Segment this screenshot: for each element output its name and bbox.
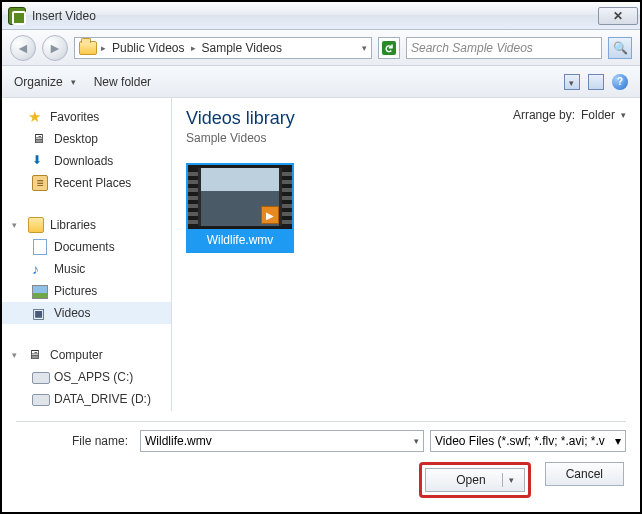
file-list-pane: Videos library Sample Videos Arrange by:…: [172, 98, 640, 411]
pictures-icon: [32, 283, 48, 299]
sidebar-item-label: Downloads: [54, 154, 113, 168]
open-button-highlight: Open ▾: [419, 462, 530, 498]
sidebar-item-music[interactable]: Music: [2, 258, 171, 280]
open-button[interactable]: Open ▾: [425, 468, 524, 492]
chevron-down-icon[interactable]: ▾: [503, 475, 520, 485]
sidebar-group-libraries[interactable]: Libraries: [2, 214, 171, 236]
sidebar-item-label: Videos: [54, 306, 90, 320]
sidebar-item-label: OS_APPS (C:): [54, 370, 133, 384]
sidebar-item-label: Documents: [54, 240, 115, 254]
libraries-icon: [28, 217, 44, 233]
toolbar: Organize New folder ?: [2, 66, 640, 98]
sidebar-group-computer[interactable]: Computer: [2, 344, 171, 366]
file-item[interactable]: ▶ Wildlife.wmv: [186, 163, 294, 253]
downloads-icon: [32, 153, 48, 169]
sidebar-item-pictures[interactable]: Pictures: [2, 280, 171, 302]
arrange-by-label: Arrange by:: [513, 108, 575, 122]
breadcrumb-item[interactable]: Public Videos: [110, 41, 187, 55]
sidebar-item-drive-c[interactable]: OS_APPS (C:): [2, 366, 171, 388]
documents-icon: [32, 239, 48, 255]
search-button[interactable]: 🔍: [608, 37, 632, 59]
star-icon: [28, 109, 44, 125]
videos-icon: [32, 305, 48, 321]
refresh-icon: ↻: [382, 41, 396, 55]
refresh-button[interactable]: ↻: [378, 37, 400, 59]
sidebar-item-label: DATA_DRIVE (D:): [54, 392, 151, 406]
computer-label: Computer: [50, 348, 103, 362]
sidebar-item-desktop[interactable]: Desktop: [2, 128, 171, 150]
drive-icon: [32, 391, 48, 407]
chevron-right-icon: ▸: [191, 43, 196, 53]
libraries-label: Libraries: [50, 218, 96, 232]
chevron-down-icon: ▾: [621, 110, 626, 120]
arrange-by-value: Folder: [581, 108, 615, 122]
close-icon: ✕: [613, 9, 623, 23]
video-thumbnail: ▶: [188, 165, 292, 229]
breadcrumb-item[interactable]: Sample Videos: [200, 41, 285, 55]
titlebar: Insert Video ✕: [2, 2, 640, 30]
sidebar: Favorites Desktop Downloads Recent Place…: [2, 98, 172, 411]
drive-icon: [32, 369, 48, 385]
favorites-label: Favorites: [50, 110, 99, 124]
play-overlay-icon: ▶: [261, 206, 279, 224]
sidebar-group-favorites[interactable]: Favorites: [2, 106, 171, 128]
computer-icon: [28, 347, 44, 363]
sidebar-item-drive-d[interactable]: DATA_DRIVE (D:): [2, 388, 171, 410]
organize-label: Organize: [14, 75, 63, 89]
sidebar-item-downloads[interactable]: Downloads: [2, 150, 171, 172]
sidebar-item-label: Desktop: [54, 132, 98, 146]
library-title: Videos library: [186, 108, 295, 129]
new-folder-label: New folder: [94, 75, 151, 89]
recent-icon: [32, 175, 48, 191]
navigation-bar: ◄ ► ▸ Public Videos ▸ Sample Videos ▾ ↻ …: [2, 30, 640, 66]
preview-pane-button[interactable]: [588, 74, 604, 90]
window-title: Insert Video: [32, 9, 598, 23]
sidebar-item-videos[interactable]: Videos: [2, 302, 171, 324]
sidebar-item-label: Recent Places: [54, 176, 131, 190]
app-icon: [8, 7, 26, 25]
search-input[interactable]: Search Sample Videos: [406, 37, 602, 59]
library-subtitle: Sample Videos: [186, 131, 295, 145]
search-icon: 🔍: [613, 41, 628, 55]
address-bar[interactable]: ▸ Public Videos ▸ Sample Videos ▾: [74, 37, 372, 59]
forward-button[interactable]: ►: [42, 35, 68, 61]
sidebar-item-label: Music: [54, 262, 85, 276]
back-button[interactable]: ◄: [10, 35, 36, 61]
file-name-label: File name:: [16, 434, 134, 448]
chevron-down-icon[interactable]: ▾: [362, 43, 367, 53]
open-button-label: Open: [446, 473, 502, 487]
filter-value: Video Files (*.swf; *.flv; *.avi; *.v: [435, 434, 605, 448]
search-placeholder: Search Sample Videos: [411, 41, 533, 55]
file-name-input[interactable]: Wildlife.wmv ▾: [140, 430, 424, 452]
chevron-down-icon[interactable]: ▾: [414, 436, 419, 446]
folder-icon: [79, 41, 97, 55]
file-name-value: Wildlife.wmv: [145, 434, 212, 448]
sidebar-item-label: Pictures: [54, 284, 97, 298]
sidebar-item-documents[interactable]: Documents: [2, 236, 171, 258]
view-options-button[interactable]: [564, 74, 580, 90]
chevron-right-icon: ▸: [101, 43, 106, 53]
insert-video-dialog: Insert Video ✕ ◄ ► ▸ Public Videos ▸ Sam…: [0, 0, 642, 514]
dialog-footer: File name: Wildlife.wmv ▾ Video Files (*…: [2, 411, 640, 512]
cancel-button-label: Cancel: [566, 467, 603, 481]
music-icon: [32, 261, 48, 277]
file-item-label: Wildlife.wmv: [188, 229, 292, 251]
sidebar-item-recent-places[interactable]: Recent Places: [2, 172, 171, 194]
new-folder-button[interactable]: New folder: [94, 75, 151, 89]
chevron-down-icon[interactable]: ▾: [615, 434, 621, 448]
cancel-button[interactable]: Cancel: [545, 462, 624, 486]
close-button[interactable]: ✕: [598, 7, 638, 25]
desktop-icon: [32, 131, 48, 147]
help-button[interactable]: ?: [612, 74, 628, 90]
organize-menu[interactable]: Organize: [14, 75, 76, 89]
arrange-by-control[interactable]: Arrange by: Folder ▾: [513, 108, 626, 122]
file-type-filter[interactable]: Video Files (*.swf; *.flv; *.avi; *.v ▾: [430, 430, 626, 452]
